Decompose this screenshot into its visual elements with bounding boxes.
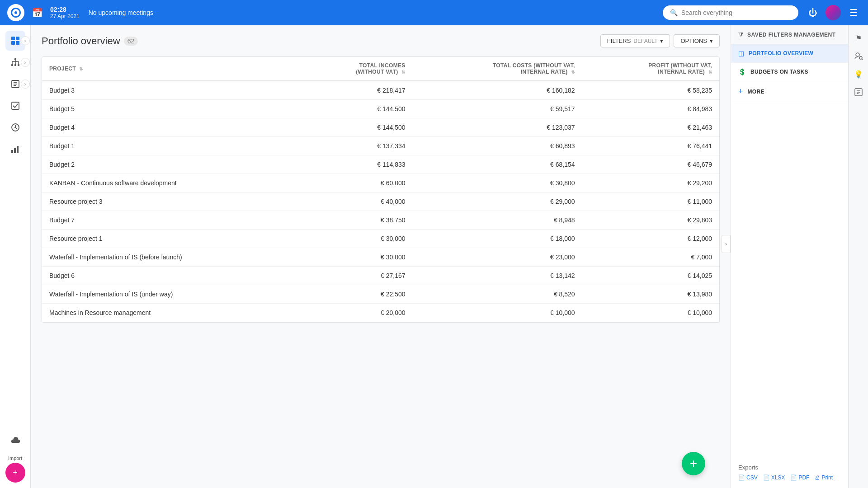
cell-project: KANBAN - Continuous software development bbox=[42, 174, 300, 192]
table-row[interactable]: Resource project 1 € 30,000 € 18,000 € 1… bbox=[42, 230, 719, 248]
sort-icon-incomes[interactable]: ⇅ bbox=[401, 70, 405, 75]
sidebar-item-tasks[interactable]: › bbox=[5, 74, 25, 94]
cell-costs: € 8,520 bbox=[413, 285, 582, 304]
table-row[interactable]: Budget 4 € 144,500 € 123,037 € 21,463 bbox=[42, 118, 719, 137]
cell-profit: € 14,025 bbox=[582, 267, 719, 285]
filters-button[interactable]: FILTERS DEFAULT ▾ bbox=[600, 34, 670, 47]
sidebar-item-hierarchy[interactable]: › bbox=[5, 52, 25, 72]
main-content: Portfolio overview 62 FILTERS DEFAULT ▾ … bbox=[31, 25, 731, 488]
bulb-button[interactable]: 💡 bbox=[851, 67, 866, 81]
topnav-actions: ⏻ ☰ bbox=[806, 5, 861, 20]
power-button[interactable]: ⏻ bbox=[806, 5, 820, 20]
sidebar-expand-icon-2[interactable]: › bbox=[21, 58, 30, 67]
avatar[interactable] bbox=[826, 5, 841, 20]
xlsx-doc-icon: 📄 bbox=[763, 474, 770, 481]
cell-incomes: € 114,833 bbox=[300, 155, 412, 174]
app-logo[interactable] bbox=[7, 4, 24, 21]
side-menu-item-more[interactable]: + MORE bbox=[731, 81, 848, 102]
export-print[interactable]: 🖨Print bbox=[815, 474, 833, 481]
svg-line-25 bbox=[862, 59, 863, 60]
svg-point-24 bbox=[859, 56, 862, 59]
sidebar-expand-icon-3[interactable]: › bbox=[21, 80, 30, 89]
flag-button[interactable]: ⚑ bbox=[851, 31, 866, 45]
col-costs: TOTAL COSTS (WITHOUT VAT,INTERNAL RATE) … bbox=[413, 57, 582, 81]
side-menu-item-budgets[interactable]: 💲 BUDGETS ON TASKS bbox=[731, 63, 848, 81]
collapse-panel-button[interactable]: › bbox=[722, 235, 731, 253]
svg-point-19 bbox=[14, 127, 16, 128]
sidebar-item-reports[interactable] bbox=[5, 139, 25, 159]
menu-button[interactable]: ☰ bbox=[846, 5, 861, 20]
cell-project: Budget 6 bbox=[42, 267, 300, 285]
cell-costs: € 59,517 bbox=[413, 100, 582, 118]
sidebar-import: Import + bbox=[5, 455, 25, 483]
cell-profit: € 12,000 bbox=[582, 230, 719, 248]
print-icon: 🖨 bbox=[815, 474, 820, 481]
svg-rect-2 bbox=[11, 41, 15, 45]
cell-incomes: € 218,417 bbox=[300, 81, 412, 100]
import-button[interactable]: + bbox=[5, 463, 25, 483]
svg-rect-7 bbox=[18, 64, 19, 66]
options-label: OPTIONS bbox=[680, 38, 707, 44]
page-count: 62 bbox=[124, 37, 138, 46]
svg-rect-5 bbox=[11, 64, 13, 66]
cell-incomes: € 30,000 bbox=[300, 230, 412, 248]
sidebar-expand-icon[interactable]: › bbox=[21, 36, 30, 45]
table-row[interactable]: Machines in Resource management € 20,000… bbox=[42, 304, 719, 322]
cell-profit: € 11,000 bbox=[582, 192, 719, 211]
cell-profit: € 46,679 bbox=[582, 155, 719, 174]
search-box[interactable]: 🔍 bbox=[663, 5, 798, 20]
table-row[interactable]: KANBAN - Continuous software development… bbox=[42, 174, 719, 192]
sidebar-item-approvals[interactable] bbox=[5, 96, 25, 116]
page-title: Portfolio overview bbox=[42, 35, 120, 47]
person-search-button[interactable] bbox=[851, 49, 866, 63]
cell-project: Budget 4 bbox=[42, 118, 300, 137]
sidebar-item-time[interactable] bbox=[5, 117, 25, 137]
svg-rect-21 bbox=[14, 148, 16, 153]
sidebar-item-cloud[interactable] bbox=[5, 430, 25, 450]
table-header-row: PROJECT ⇅ TOTAL INCOMES(WITHOUT VAT) ⇅ T… bbox=[42, 57, 719, 81]
table-row[interactable]: Budget 5 € 144,500 € 59,517 € 84,983 bbox=[42, 100, 719, 118]
pdf-doc-icon: 📄 bbox=[790, 474, 797, 481]
add-fab-button[interactable]: + bbox=[682, 452, 705, 475]
checklist-button[interactable] bbox=[851, 85, 866, 99]
cell-costs: € 13,142 bbox=[413, 267, 582, 285]
export-xlsx[interactable]: 📄XLSX bbox=[763, 474, 785, 481]
sort-icon-profit[interactable]: ⇅ bbox=[708, 70, 712, 75]
table-row[interactable]: Budget 2 € 114,833 € 68,154 € 46,679 bbox=[42, 155, 719, 174]
portfolio-icon: ◫ bbox=[738, 50, 744, 57]
svg-rect-1 bbox=[16, 37, 19, 40]
cell-costs: € 30,800 bbox=[413, 174, 582, 192]
cell-costs: € 60,893 bbox=[413, 137, 582, 155]
side-menu-item-portfolio[interactable]: ◫ PORTFOLIO OVERVIEW bbox=[731, 44, 848, 63]
cell-project: Budget 2 bbox=[42, 155, 300, 174]
cell-project: Budget 3 bbox=[42, 81, 300, 100]
export-pdf[interactable]: 📄PDF bbox=[790, 474, 809, 481]
cell-project: Waterfall - Implementation of IS (before… bbox=[42, 248, 300, 267]
table-row[interactable]: Budget 1 € 137,334 € 60,893 € 76,441 bbox=[42, 137, 719, 155]
table-row[interactable]: Budget 6 € 27,167 € 13,142 € 14,025 bbox=[42, 267, 719, 285]
svg-rect-22 bbox=[17, 146, 19, 153]
sidebar-item-dashboard[interactable]: › bbox=[5, 31, 25, 51]
cell-costs: € 29,000 bbox=[413, 192, 582, 211]
import-label: Import bbox=[8, 455, 22, 461]
cell-incomes: € 40,000 bbox=[300, 192, 412, 211]
table-row[interactable]: Budget 3 € 218,417 € 160,182 € 58,235 bbox=[42, 81, 719, 100]
cell-costs: € 10,000 bbox=[413, 304, 582, 322]
cell-costs: € 18,000 bbox=[413, 230, 582, 248]
sidebar: › › › Import + bbox=[0, 25, 31, 488]
table-row[interactable]: Waterfall - Implementation of IS (under … bbox=[42, 285, 719, 304]
export-csv[interactable]: 📄CSV bbox=[738, 474, 758, 481]
table-row[interactable]: Waterfall - Implementation of IS (before… bbox=[42, 248, 719, 267]
side-menu-item-more-label: MORE bbox=[748, 89, 764, 95]
sort-icon-costs[interactable]: ⇅ bbox=[571, 70, 575, 75]
options-button[interactable]: OPTIONS ▾ bbox=[674, 34, 720, 47]
search-input[interactable] bbox=[681, 9, 791, 16]
table-row[interactable]: Budget 7 € 38,750 € 8,948 € 29,803 bbox=[42, 211, 719, 230]
cell-costs: € 8,948 bbox=[413, 211, 582, 230]
sort-icon-project[interactable]: ⇅ bbox=[79, 66, 83, 71]
cell-project: Resource project 1 bbox=[42, 230, 300, 248]
cell-incomes: € 144,500 bbox=[300, 100, 412, 118]
filter-icon: ⧩ bbox=[738, 31, 744, 38]
svg-point-23 bbox=[856, 53, 859, 56]
table-row[interactable]: Resource project 3 € 40,000 € 29,000 € 1… bbox=[42, 192, 719, 211]
